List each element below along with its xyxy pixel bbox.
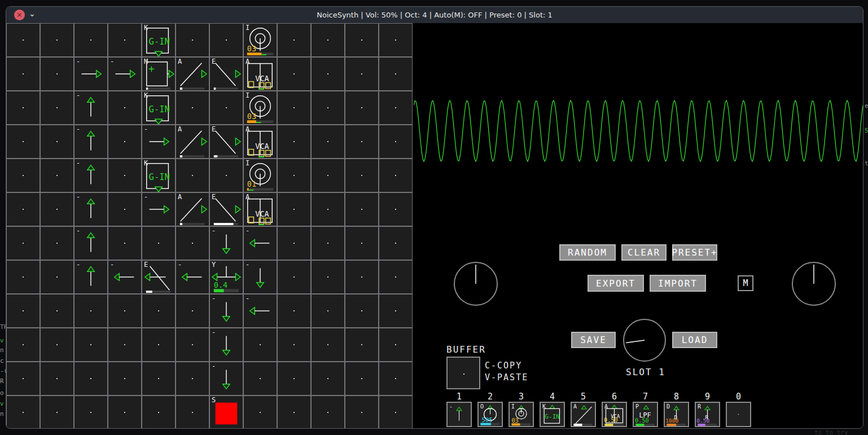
- grid-cell[interactable]: [379, 58, 412, 90]
- grid-cell[interactable]: [176, 159, 209, 192]
- grid-cell[interactable]: [41, 24, 73, 56]
- grid-cell[interactable]: [345, 261, 378, 293]
- buffer-cell[interactable]: [446, 357, 480, 389]
- grid-cell[interactable]: [345, 91, 378, 124]
- export-button[interactable]: EXPORT: [588, 275, 644, 292]
- grid-cell[interactable]: E: [210, 193, 243, 226]
- grid-cell[interactable]: [345, 362, 378, 395]
- volume-knob[interactable]: [453, 261, 498, 306]
- grid-cell[interactable]: [278, 125, 310, 158]
- grid-cell[interactable]: [41, 328, 73, 361]
- grid-cell[interactable]: [278, 24, 310, 56]
- grid-cell[interactable]: A: [176, 193, 209, 226]
- grid-cell[interactable]: [278, 91, 310, 124]
- grid-cell[interactable]: -: [142, 193, 175, 226]
- grid-cell[interactable]: [41, 261, 73, 293]
- grid-cell[interactable]: -: [74, 91, 107, 124]
- grid-cell[interactable]: I01: [244, 159, 277, 192]
- grid-cell[interactable]: [379, 91, 412, 124]
- grid-cell[interactable]: [312, 362, 344, 395]
- grid-cell[interactable]: [41, 396, 73, 429]
- palette-item-gin[interactable]: KG-IN: [540, 402, 565, 427]
- palette-item-empty[interactable]: [726, 402, 751, 427]
- grid-cell[interactable]: [278, 193, 310, 226]
- grid-cell[interactable]: [7, 58, 40, 90]
- grid-cell[interactable]: [41, 295, 73, 327]
- palette-item-ramp[interactable]: A: [571, 402, 596, 427]
- palette-item-reverb[interactable]: RR0.50: [695, 402, 720, 427]
- grid-cell[interactable]: [345, 295, 378, 327]
- patch-grid[interactable]: KG-INI03--MAEAVCA-KG-INI03--AEAVCA-KG-IN…: [6, 23, 413, 429]
- palette-item-wire[interactable]: -: [446, 402, 472, 427]
- grid-cell[interactable]: [312, 261, 344, 293]
- grid-cell[interactable]: [41, 58, 73, 90]
- grid-cell[interactable]: [41, 125, 73, 158]
- grid-cell[interactable]: [278, 328, 310, 361]
- grid-cell[interactable]: [379, 328, 412, 361]
- grid-cell[interactable]: [345, 328, 378, 361]
- grid-cell[interactable]: [312, 227, 344, 260]
- grid-cell[interactable]: [176, 295, 209, 327]
- mod-knob[interactable]: [791, 261, 836, 306]
- grid-cell[interactable]: [345, 193, 378, 226]
- grid-cell[interactable]: [312, 58, 344, 90]
- grid-cell[interactable]: [379, 159, 412, 192]
- grid-cell[interactable]: -: [210, 227, 243, 260]
- grid-cell[interactable]: [379, 295, 412, 327]
- grid-cell[interactable]: [108, 396, 141, 429]
- grid-cell[interactable]: [345, 227, 378, 260]
- grid-cell[interactable]: [41, 91, 73, 124]
- grid-cell[interactable]: -: [108, 58, 141, 90]
- grid-cell[interactable]: [7, 328, 40, 361]
- preset-button[interactable]: PRESET+: [672, 244, 717, 261]
- grid-cell[interactable]: [312, 295, 344, 327]
- grid-cell[interactable]: [345, 396, 378, 429]
- grid-cell[interactable]: -: [74, 227, 107, 260]
- grid-cell[interactable]: [345, 24, 378, 56]
- grid-cell[interactable]: AVCA: [244, 125, 277, 158]
- grid-cell[interactable]: E: [210, 125, 243, 158]
- grid-cell[interactable]: [312, 193, 344, 226]
- grid-cell[interactable]: [379, 261, 412, 293]
- grid-cell[interactable]: [244, 396, 277, 429]
- grid-cell[interactable]: [312, 24, 344, 56]
- grid-cell[interactable]: [244, 328, 277, 361]
- grid-cell[interactable]: -: [176, 261, 209, 293]
- grid-cell[interactable]: [7, 159, 40, 192]
- grid-cell[interactable]: [7, 125, 40, 158]
- grid-cell[interactable]: [7, 295, 40, 327]
- grid-cell[interactable]: [379, 227, 412, 260]
- grid-cell[interactable]: [379, 125, 412, 158]
- grid-cell[interactable]: [379, 362, 412, 395]
- grid-cell[interactable]: [108, 362, 141, 395]
- grid-cell[interactable]: [278, 159, 310, 192]
- grid-cell[interactable]: -: [244, 295, 277, 327]
- grid-cell[interactable]: -: [244, 261, 277, 293]
- grid-cell[interactable]: [7, 261, 40, 293]
- grid-cell[interactable]: [176, 328, 209, 361]
- grid-cell[interactable]: [278, 58, 310, 90]
- grid-cell[interactable]: [7, 24, 40, 56]
- grid-cell[interactable]: [278, 227, 310, 260]
- grid-cell[interactable]: [108, 193, 141, 226]
- grid-cell[interactable]: [108, 159, 141, 192]
- random-button[interactable]: RANDOM: [559, 244, 616, 261]
- palette-item-osc_i[interactable]: I03: [508, 402, 534, 427]
- slot-knob[interactable]: [622, 318, 667, 362]
- grid-cell[interactable]: [142, 227, 175, 260]
- grid-cell[interactable]: -: [74, 58, 107, 90]
- grid-cell[interactable]: [176, 91, 209, 124]
- clear-button[interactable]: CLEAR: [621, 244, 667, 261]
- grid-cell[interactable]: AVCA: [244, 58, 277, 90]
- grid-cell[interactable]: [176, 24, 209, 56]
- grid-cell[interactable]: S: [210, 396, 243, 429]
- grid-cell[interactable]: -: [210, 328, 243, 361]
- grid-cell[interactable]: -: [74, 159, 107, 192]
- palette-item-vca[interactable]: AVCA0.50: [602, 402, 627, 427]
- grid-cell[interactable]: [278, 362, 310, 395]
- grid-cell[interactable]: [74, 295, 107, 327]
- grid-cell[interactable]: [176, 362, 209, 395]
- grid-cell[interactable]: [41, 227, 73, 260]
- grid-cell[interactable]: -: [210, 362, 243, 395]
- grid-cell[interactable]: [379, 396, 412, 429]
